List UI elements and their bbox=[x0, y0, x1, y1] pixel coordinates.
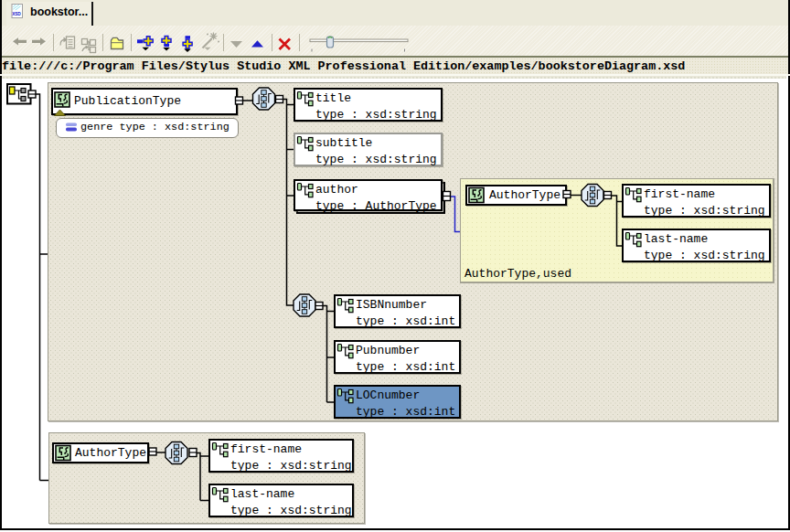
svg-text:XSD: XSD bbox=[12, 12, 21, 16]
